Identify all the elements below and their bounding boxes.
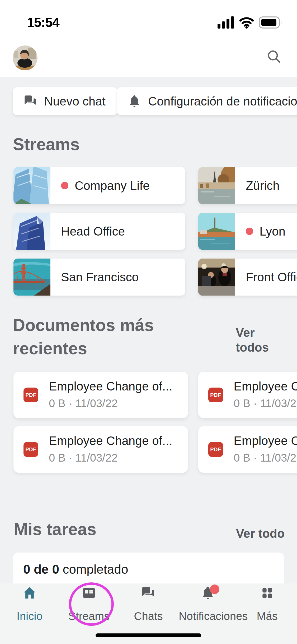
tasks-progress-text: 0 de 0 completado bbox=[23, 562, 128, 577]
stream-thumbnail-head-office bbox=[13, 213, 50, 250]
stream-card-zurich[interactable]: Zürich bbox=[198, 167, 297, 204]
stream-title: Lyon bbox=[260, 224, 285, 238]
document-title: Employee Change of... bbox=[234, 379, 297, 393]
tab-mas[interactable]: Más bbox=[238, 586, 296, 623]
notification-settings-label: Configuración de notificaciones bbox=[148, 94, 297, 108]
pdf-file-icon: PDF bbox=[208, 388, 223, 402]
pdf-file-icon: PDF bbox=[23, 442, 38, 457]
status-time: 15:54 bbox=[27, 15, 59, 30]
status-icons bbox=[218, 16, 282, 29]
pdf-file-icon: PDF bbox=[208, 442, 223, 457]
tasks-see-all-link[interactable]: Ver todo bbox=[229, 526, 285, 541]
stream-thumbnail-front-office bbox=[198, 259, 235, 296]
pdf-file-icon: PDF bbox=[23, 388, 38, 402]
document-meta: 0 B · 11/03/22 bbox=[49, 452, 118, 464]
tasks-progress-label: completado bbox=[59, 562, 128, 576]
tab-label: Notificaciones bbox=[179, 610, 237, 623]
unread-dot-icon bbox=[61, 182, 68, 189]
stream-card-company-life[interactable]: Company Life bbox=[13, 167, 185, 204]
notification-badge bbox=[210, 585, 219, 594]
documents-see-all-link[interactable]: Ver todos bbox=[236, 325, 285, 355]
new-chat-button[interactable]: Nuevo chat bbox=[13, 87, 117, 115]
stream-thumbnail-zurich bbox=[198, 167, 235, 204]
tab-chats[interactable]: Chats bbox=[119, 586, 177, 623]
cellular-signal-icon bbox=[218, 16, 234, 29]
document-title: Employee Change of... bbox=[234, 434, 297, 448]
document-card[interactable]: PDF Employee Change of... 0 B · 11/03/22 bbox=[13, 426, 188, 473]
tab-label: Inicio bbox=[1, 610, 59, 623]
document-meta: 0 B · 11/03/22 bbox=[234, 397, 297, 410]
article-icon bbox=[82, 586, 96, 600]
tasks-section-title: Mis tareas bbox=[14, 518, 96, 541]
tasks-progress-count: 0 de 0 bbox=[23, 562, 59, 576]
search-icon[interactable] bbox=[266, 49, 281, 64]
streams-section-title: Streams bbox=[13, 133, 80, 156]
home-icon bbox=[22, 586, 37, 600]
unread-dot-icon bbox=[246, 228, 253, 235]
stream-title: San Francisco bbox=[61, 270, 139, 284]
tab-streams[interactable]: Streams bbox=[60, 586, 118, 623]
battery-icon bbox=[259, 16, 282, 29]
stream-thumbnail-lyon bbox=[198, 213, 235, 250]
notification-settings-button[interactable]: Configuración de notificaciones bbox=[117, 87, 297, 115]
document-title: Employee Change of... bbox=[49, 434, 172, 448]
document-meta: 0 B · 11/03/22 bbox=[49, 397, 118, 410]
home-content: Nuevo chat Configuración de notificacion… bbox=[0, 77, 297, 583]
chat-bubbles-icon bbox=[141, 586, 156, 600]
chat-bubbles-icon bbox=[23, 94, 37, 108]
stream-card-head-office[interactable]: Head Office bbox=[13, 213, 185, 250]
stream-title: Zürich bbox=[246, 178, 280, 193]
tab-label: Chats bbox=[119, 610, 177, 623]
avatar[interactable] bbox=[13, 45, 37, 70]
stream-card-lyon[interactable]: Lyon bbox=[198, 213, 297, 250]
stream-thumbnail-skyscrapers bbox=[13, 167, 50, 204]
tab-label: Más bbox=[238, 610, 296, 623]
document-title: Employee Change of... bbox=[49, 379, 172, 393]
stream-card-front-office[interactable]: Front Office bbox=[198, 259, 297, 296]
stream-card-san-francisco[interactable]: San Francisco bbox=[13, 259, 185, 296]
grid-icon bbox=[260, 586, 275, 600]
stream-thumbnail-golden-gate bbox=[13, 259, 50, 296]
home-indicator[interactable] bbox=[96, 633, 201, 637]
bell-icon bbox=[128, 94, 141, 108]
document-card[interactable]: PDF Employee Change of... 0 B · 11/03/22 bbox=[198, 426, 297, 473]
tab-inicio[interactable]: Inicio bbox=[1, 586, 59, 623]
document-card[interactable]: PDF Employee Change of... 0 B · 11/03/22 bbox=[13, 372, 188, 418]
stream-title: Front Office bbox=[246, 270, 297, 284]
documents-section-title: Documentos más recientes bbox=[13, 314, 224, 360]
stream-title: Company Life bbox=[75, 178, 150, 193]
tab-label: Streams bbox=[60, 610, 118, 623]
stream-title: Head Office bbox=[61, 224, 125, 238]
new-chat-label: Nuevo chat bbox=[44, 94, 106, 108]
wifi-icon bbox=[239, 16, 254, 29]
tab-notificaciones[interactable]: Notificaciones bbox=[179, 586, 237, 623]
document-meta: 0 B · 11/03/22 bbox=[234, 452, 297, 464]
document-card[interactable]: PDF Employee Change of... 0 B · 11/03/22 bbox=[198, 372, 297, 418]
